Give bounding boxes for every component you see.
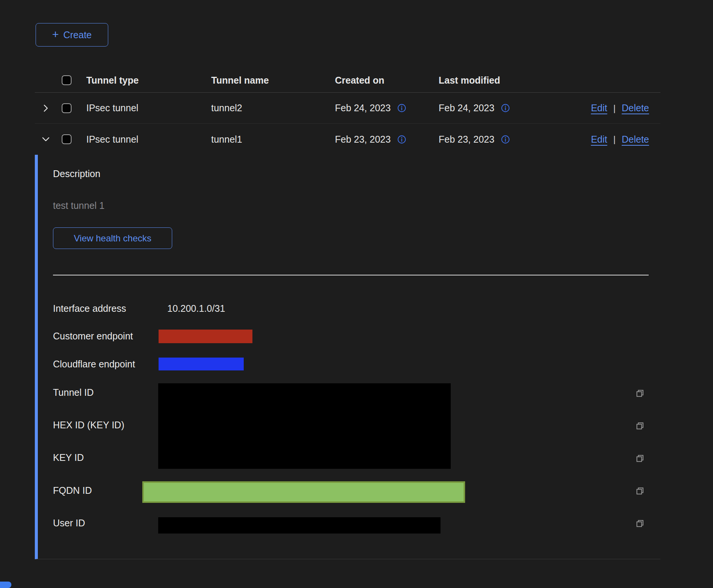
tunnel-type-cell: IPsec tunnel [86, 134, 211, 145]
info-icon[interactable] [397, 135, 406, 144]
header-created-on: Created on [335, 75, 439, 86]
customer-endpoint-label: Customer endpoint [53, 331, 133, 342]
hex-id-label: HEX ID (KEY ID) [53, 420, 124, 431]
customer-endpoint-redacted-value [159, 330, 252, 343]
fqdn-id-redacted-value [142, 481, 465, 503]
details-divider [53, 275, 649, 275]
edit-link[interactable]: Edit [591, 103, 607, 114]
tunnel-id-label: Tunnel ID [53, 387, 93, 398]
table-row-tunnel1: IPsec tunnel tunnel1 Feb 23, 2023 Feb 23… [35, 124, 660, 155]
cloudflare-endpoint-label: Cloudflare endpoint [53, 359, 135, 370]
edit-link[interactable]: Edit [591, 134, 607, 145]
user-id-redacted-value [158, 517, 441, 534]
description-label: Description [53, 168, 100, 179]
tunnels-table: Tunnel type Tunnel name Created on Last … [35, 68, 660, 155]
table-header-row: Tunnel type Tunnel name Created on Last … [35, 68, 660, 93]
info-icon[interactable] [397, 104, 406, 112]
delete-link[interactable]: Delete [622, 103, 649, 114]
header-tunnel-name: Tunnel name [211, 75, 335, 86]
collapse-row-button[interactable] [41, 134, 51, 144]
last-modified-value: Feb 23, 2023 [439, 134, 494, 145]
expanded-tunnel-details: Description test tunnel 1 View health ch… [35, 155, 660, 559]
ipsec-tunnels-page: + Create Tunnel type Tunnel name Created… [0, 0, 713, 588]
copy-user-id-button[interactable] [635, 518, 645, 528]
header-tunnel-type: Tunnel type [86, 75, 211, 86]
copy-icon [635, 486, 645, 496]
tunnel-type-cell: IPsec tunnel [86, 103, 211, 114]
view-health-checks-button[interactable]: View health checks [53, 227, 172, 249]
ids-redacted-block [158, 383, 451, 469]
description-value: test tunnel 1 [53, 200, 104, 211]
header-last-modified: Last modified [439, 75, 560, 86]
copy-icon [635, 518, 645, 528]
created-on-value: Feb 24, 2023 [335, 103, 391, 114]
select-all-checkbox[interactable] [62, 75, 72, 85]
key-id-label: KEY ID [53, 452, 84, 463]
expand-row-button[interactable] [41, 103, 51, 113]
created-on-value: Feb 23, 2023 [335, 134, 391, 145]
chevron-down-icon [41, 134, 51, 144]
last-modified-value: Feb 24, 2023 [439, 103, 494, 114]
create-button-label: Create [63, 30, 92, 40]
view-health-checks-label: View health checks [74, 233, 151, 244]
cloudflare-endpoint-redacted-value [159, 358, 244, 370]
row-checkbox[interactable] [62, 103, 72, 113]
create-button[interactable]: + Create [36, 23, 108, 47]
actions-separator: | [613, 134, 616, 145]
copy-icon [635, 453, 645, 463]
user-id-label: User ID [53, 518, 85, 529]
interface-address-label: Interface address [53, 303, 126, 314]
delete-link[interactable]: Delete [622, 134, 649, 145]
copy-key-id-button[interactable] [635, 453, 645, 463]
row-checkbox[interactable] [62, 134, 72, 144]
info-icon[interactable] [501, 135, 510, 144]
tunnel-name-cell: tunnel1 [211, 134, 335, 145]
plus-icon: + [52, 29, 59, 40]
copy-tunnel-id-button[interactable] [635, 388, 645, 398]
interface-address-value: 10.200.1.0/31 [167, 303, 225, 314]
chevron-right-icon [41, 103, 51, 113]
copy-hex-id-button[interactable] [635, 421, 645, 431]
actions-separator: | [613, 103, 616, 114]
copy-fqdn-id-button[interactable] [635, 486, 645, 496]
fqdn-id-label: FQDN ID [53, 485, 92, 496]
copy-icon [635, 421, 645, 431]
copy-icon [635, 388, 645, 398]
info-icon[interactable] [501, 104, 510, 112]
tunnel-name-cell: tunnel2 [211, 103, 335, 114]
bottom-left-blue-fragment[interactable] [0, 582, 11, 588]
table-row-tunnel2: IPsec tunnel tunnel2 Feb 24, 2023 Feb 24… [35, 93, 660, 124]
